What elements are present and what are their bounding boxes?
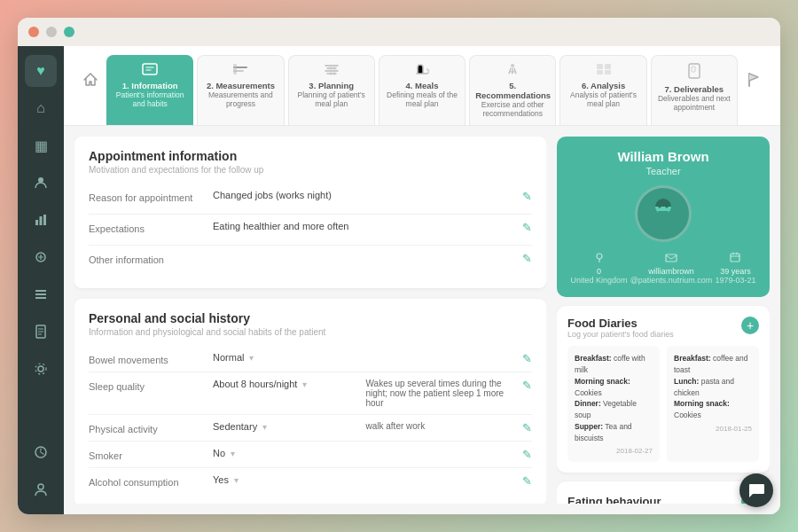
svg-point-10 [35, 364, 46, 374]
sidebar-icon-person[interactable] [25, 473, 57, 505]
close-dot[interactable] [28, 27, 39, 37]
svg-rect-6 [35, 293, 46, 295]
step-6-num: 6. Analysis [566, 81, 640, 90]
step-3[interactable]: 3. Planning Planning of patient'smeal pl… [288, 55, 375, 125]
svg-point-29 [597, 254, 602, 259]
diary-text-0: Breakfast: coffe with milk Morning snack… [575, 353, 653, 443]
appointment-row-2: Other information ✎ [89, 246, 532, 276]
svg-rect-19 [605, 64, 611, 69]
appt-edit-1[interactable]: ✎ [522, 221, 532, 234]
hist-edit-4[interactable]: ✎ [522, 474, 532, 488]
step-6-icon [566, 63, 640, 79]
svg-point-25 [649, 216, 677, 234]
minimize-dot[interactable] [46, 27, 57, 37]
appt-edit-2[interactable]: ✎ [522, 252, 532, 265]
hist-edit-0[interactable]: ✎ [522, 352, 532, 365]
appt-label-1: Expectations [89, 221, 204, 234]
sidebar-icon-users[interactable] [25, 167, 57, 199]
appointment-subtitle: Motivation and expectations for the foll… [89, 165, 532, 175]
step-7-num: 7. Deliverables [657, 84, 732, 94]
sidebar-icon-calendar[interactable]: ▦ [25, 129, 57, 161]
chat-bubble-button[interactable] [739, 473, 773, 507]
svg-rect-22 [689, 64, 700, 78]
svg-rect-13 [143, 64, 157, 74]
step-1[interactable]: 1. Information Patient's informationand … [106, 55, 193, 125]
meta-location-count: 0 [571, 267, 628, 276]
hist-val-text-2: Sedentary [213, 421, 257, 432]
history-row-2: Physical activity Sedentary ▾ walk after… [89, 415, 532, 442]
svg-rect-31 [731, 254, 739, 262]
hist-edit-1[interactable]: ✎ [522, 379, 532, 392]
food-diaries-sub: Log your patient's food diaries [567, 330, 674, 339]
hist-note-2: walk after work [366, 421, 511, 431]
chevron-1: ▾ [302, 379, 307, 389]
history-row-0: Bowel movements Normal ▾ ✎ [89, 346, 532, 372]
svg-rect-23 [692, 66, 695, 72]
sidebar-icon-chart[interactable] [25, 204, 57, 236]
meta-email-val: williambrown [630, 267, 713, 276]
sidebar-icon-document[interactable] [25, 316, 57, 348]
main-content: 1. Information Patient's informationand … [64, 46, 780, 514]
patient-role: Teacher [569, 166, 757, 176]
chevron-0: ▾ [249, 353, 254, 363]
svg-point-17 [511, 64, 514, 67]
patient-card: William Brown Teacher [557, 137, 770, 297]
hist-val-4: Yes ▾ [213, 474, 510, 485]
svg-rect-21 [605, 70, 611, 74]
history-section: Personal and social history Information … [74, 299, 546, 504]
hist-label-2: Physical activity [89, 421, 204, 434]
sidebar-icon-food[interactable] [25, 241, 57, 273]
diary-entry-1: Breakfast: coffee and toast Lunch: pasta… [667, 346, 759, 462]
chevron-2: ▾ [262, 422, 267, 432]
step-1-num: 1. Information [113, 81, 187, 90]
food-diaries-add-button[interactable]: + [741, 317, 759, 334]
step-3-num: 3. Planning [294, 81, 369, 90]
appt-edit-0[interactable]: ✎ [522, 190, 532, 203]
svg-rect-5 [35, 290, 46, 292]
steps-bar: 1. Information Patient's informationand … [64, 46, 780, 126]
hist-edit-3[interactable]: ✎ [522, 448, 532, 461]
flag-button[interactable] [738, 55, 770, 105]
history-row-3: Smoker No ▾ ✎ [89, 442, 532, 468]
sidebar-icon-settings[interactable] [25, 353, 57, 385]
step-5-num: 5. Recommendations [475, 81, 550, 100]
step-7[interactable]: 7. Deliverables Deliverables and nextapp… [651, 55, 738, 125]
hist-val-2: Sedentary ▾ [213, 421, 357, 432]
sidebar-icon-heart[interactable]: ♥ [25, 55, 57, 87]
history-title: Personal and social history [89, 311, 532, 325]
sidebar-icon-list[interactable] [25, 278, 57, 310]
sidebar-icon-home[interactable]: ⌂ [25, 92, 57, 124]
hist-val-text-3: No [213, 448, 225, 458]
meta-location-label: United Kingdom [571, 276, 628, 285]
maximize-dot[interactable] [64, 27, 74, 37]
step-5[interactable]: 5. Recommendations Exercise and otherrec… [469, 55, 556, 125]
content-area: Appointment information Motivation and e… [64, 126, 780, 514]
food-diaries-title: Food Diaries [567, 317, 674, 330]
steps-list: 1. Information Patient's informationand … [106, 55, 738, 125]
svg-rect-2 [40, 216, 43, 225]
hist-label-1: Sleep quality [89, 379, 204, 392]
step-3-icon [294, 63, 369, 79]
history-subtitle: Information and physiological and social… [89, 327, 532, 337]
step-4[interactable]: 4. Meals Defining meals of themeal plan [379, 55, 466, 125]
svg-rect-18 [597, 64, 603, 69]
home-button[interactable] [74, 55, 106, 105]
hist-val-text-0: Normal [213, 352, 244, 363]
meta-age-label: 1979-03-21 [715, 276, 755, 285]
age-icon [715, 251, 755, 265]
step-6[interactable]: 6. Analysis Analysis of patient'smeal pl… [559, 55, 646, 125]
svg-point-9 [38, 366, 43, 372]
sidebar-icon-clock[interactable] [25, 436, 57, 468]
hist-edit-2[interactable]: ✎ [522, 421, 532, 434]
step-2-num: 2. Measurements [203, 81, 278, 90]
app-body: ♥ ⌂ ▦ [18, 46, 780, 514]
step-2[interactable]: 2. Measurements Measurements andprogress [197, 55, 284, 125]
diary-entry-0: Breakfast: coffe with milk Morning snack… [567, 346, 660, 462]
appointment-row-1: Expectations Eating healthier and more o… [89, 215, 532, 246]
food-diaries-card: Food Diaries Log your patient's food dia… [557, 306, 770, 473]
appt-label-2: Other information [89, 252, 204, 265]
svg-point-12 [38, 484, 43, 489]
right-panel: William Brown Teacher [557, 137, 770, 504]
step-4-label: Defining meals of themeal plan [385, 90, 459, 108]
svg-rect-16 [233, 64, 237, 74]
